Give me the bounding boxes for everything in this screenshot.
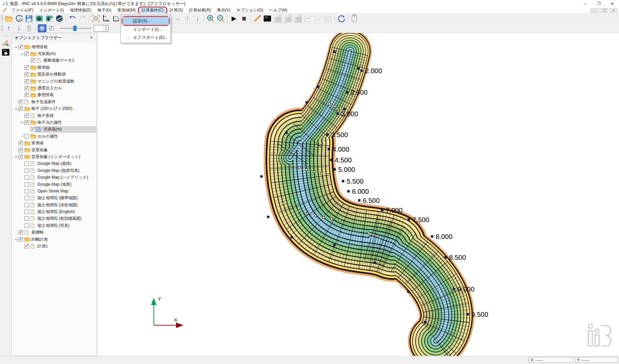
run-solver-button[interactable]: ▶ [229, 14, 239, 23]
tree-item[interactable]: 座標軸 [23, 229, 96, 236]
tree-item[interactable]: 格子生成条件 [23, 98, 96, 105]
visibility-checkbox[interactable] [19, 230, 23, 235]
expander-down-icon[interactable] [14, 239, 19, 240]
tree-item[interactable]: 国土地理院 (標準地図) [29, 195, 96, 202]
reset-rotation-button[interactable]: Yx [101, 14, 111, 23]
tree-item[interactable]: 国土地理院 (写真) [29, 222, 96, 229]
mdi-restore-button[interactable]: ❐ [600, 8, 608, 13]
expander-right-icon[interactable] [20, 135, 25, 137]
menu-item-2[interactable]: ←インポート(I)... [122, 26, 169, 33]
visibility-checkbox[interactable] [25, 79, 29, 84]
spin-down-button[interactable]: ▼ [104, 28, 108, 31]
zoom-in-button[interactable] [206, 14, 215, 23]
panel-close-button[interactable]: × [88, 34, 94, 40]
spin-up-button[interactable]: ▲ [104, 25, 108, 28]
grid-node-handle[interactable] [339, 107, 342, 110]
open-project-button[interactable] [4, 14, 13, 23]
tree-item[interactable]: 国土地理院 (淡色地図) [29, 202, 96, 208]
grid-node-handle[interactable] [338, 219, 341, 221]
grid-node-handle[interactable] [298, 210, 300, 212]
grid-node-handle[interactable] [330, 218, 333, 220]
menu-11[interactable]: ヘルプ(H) [266, 7, 290, 13]
menu-3[interactable]: 地理情報(E) [67, 7, 94, 13]
visibility-checkbox[interactable] [25, 189, 29, 193]
visibility-checkbox[interactable] [31, 127, 35, 131]
expander-down-icon[interactable] [20, 53, 25, 55]
visibility-checkbox[interactable] [25, 223, 29, 228]
mdi-minimize-button[interactable]: – [590, 8, 599, 13]
rotate-view-button[interactable] [111, 14, 121, 23]
dock-toggle-button[interactable] [1, 48, 10, 57]
mouse-hint-button[interactable] [350, 14, 359, 23]
undo-button[interactable] [68, 14, 77, 23]
tree-item[interactable]: マニングの粗度係数 [29, 78, 96, 85]
visibility-checkbox[interactable] [25, 244, 29, 248]
menu-1[interactable]: ファイル(F) [8, 7, 36, 13]
stop-solver-button[interactable]: ■ [239, 14, 249, 23]
grid-node-handle[interactable] [313, 171, 315, 173]
preprocessor-canvas[interactable]: 2.0002.5003.0003.5004.0004.5005.0005.500… [98, 33, 619, 356]
visibility-checkbox[interactable] [19, 141, 23, 145]
tree-item[interactable]: Google Map (地形) [29, 181, 96, 188]
grid-node-handle[interactable] [306, 212, 308, 215]
grid-node-handle[interactable] [320, 172, 323, 175]
menu-calculation-condition[interactable]: 計算条件(C) [139, 7, 167, 13]
tree-item[interactable]: 国土地理院 (English) [29, 208, 96, 215]
visibility-checkbox[interactable] [25, 216, 29, 221]
move-item-down-button[interactable]: ↓ [14, 24, 24, 33]
tree-item[interactable]: 地理情報 [23, 43, 96, 50]
grid-node-handle[interactable] [305, 169, 308, 171]
tree-item[interactable]: Google Map (衛星写真) [29, 167, 96, 174]
attribute-settings-button[interactable] [37, 24, 47, 33]
mdi-close-button[interactable]: ✕ [609, 8, 618, 13]
snapshot-button[interactable] [34, 14, 44, 23]
continuous-snapshot-button[interactable] [45, 14, 54, 23]
slider-handle[interactable] [73, 26, 77, 31]
visibility-checkbox[interactable] [19, 155, 23, 159]
grid-node-handle[interactable] [282, 202, 284, 205]
minimize-button[interactable]: – [579, 0, 592, 7]
visibility-checkbox[interactable] [25, 120, 29, 125]
tree-item[interactable]: 固定床か移動床 [29, 71, 96, 78]
google-earth-export-button[interactable] [55, 14, 64, 23]
tree-item[interactable]: 格子 (150 x 17 = 2550) [23, 105, 96, 112]
menu-5[interactable]: 実測値(M) [114, 7, 139, 13]
grid-node-handle[interactable] [298, 166, 300, 169]
tree-item[interactable]: 格子形状 [29, 112, 96, 119]
zoom-out-button[interactable] [216, 14, 226, 23]
visibility-checkbox[interactable] [25, 52, 29, 56]
solver-console-button[interactable] [263, 14, 272, 23]
visibility-checkbox[interactable] [31, 58, 35, 63]
reload-data-button[interactable] [336, 14, 346, 23]
visibility-checkbox[interactable] [25, 196, 29, 200]
tree-item[interactable]: 国土地理院 (色別標高図) [29, 215, 96, 222]
visibility-checkbox[interactable] [25, 203, 29, 207]
grid-node-handle[interactable] [328, 103, 331, 105]
tree-item[interactable]: 濃度注入セル [29, 85, 96, 91]
menu-4[interactable]: 格子(G) [94, 7, 114, 13]
move-up-button[interactable]: ↑ [183, 14, 192, 23]
edit-cursor-button[interactable] [1, 38, 10, 47]
visibility-checkbox[interactable] [25, 210, 29, 214]
opacity-slider[interactable] [60, 25, 91, 32]
grid-node-handle[interactable] [328, 174, 330, 176]
tree-item[interactable]: 背景画像 (インターネット) [23, 153, 96, 160]
grid-node-handle[interactable] [323, 100, 325, 102]
tree-item[interactable]: Google Map (道路) [29, 160, 96, 167]
tree-item[interactable]: 障害物 [29, 64, 96, 71]
move-down-button[interactable]: ↓ [193, 14, 202, 23]
menu-9[interactable]: 表示(V) [214, 7, 234, 13]
save-project-button[interactable] [24, 14, 34, 23]
tree-item-selected[interactable]: 河床高(m) [35, 126, 96, 133]
grid-node-handle[interactable] [291, 164, 293, 166]
tree-item[interactable]: Google Map (ハイブリッド) [29, 174, 96, 181]
edit-pencil-button[interactable] [253, 14, 262, 23]
expander-down-icon[interactable] [14, 108, 19, 110]
visibility-checkbox[interactable] [25, 86, 29, 90]
grid-node-handle[interactable] [334, 105, 336, 108]
transparency-checkbox[interactable] [49, 26, 54, 30]
grid-node-handle[interactable] [314, 215, 317, 217]
menu-7[interactable]: 計算(S) [167, 7, 186, 13]
visibility-checkbox[interactable] [19, 148, 23, 152]
menu-item-3[interactable]: →エクスポート(E)... [122, 34, 169, 41]
